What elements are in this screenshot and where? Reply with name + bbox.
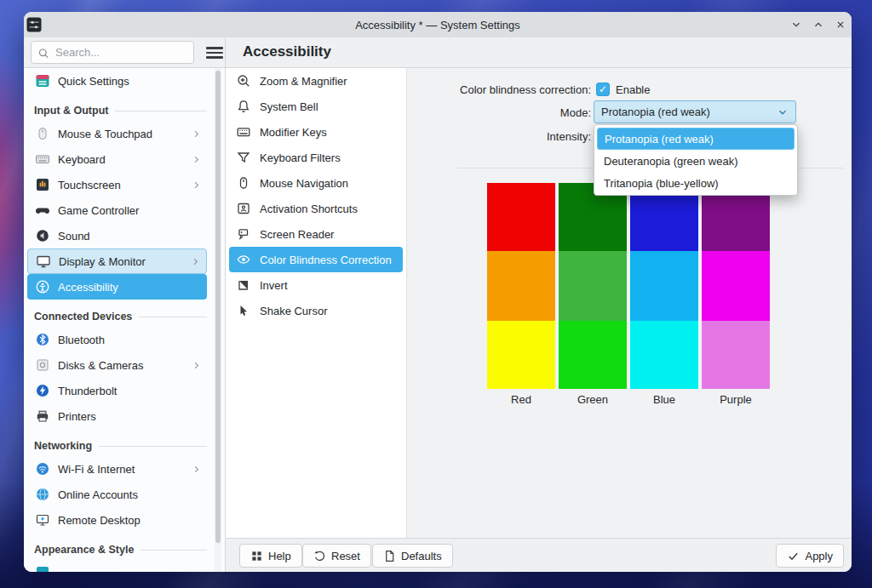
dropdown-option-deuteranopia-green-weak[interactable]: Deuteranopia (green weak) — [597, 150, 795, 172]
sidebar-section-networking: Networking — [24, 429, 225, 456]
document-icon — [383, 550, 396, 562]
maximize-icon[interactable] — [811, 17, 826, 32]
apply-label: Apply — [805, 550, 833, 562]
sidebar-item-label: Mouse & Touchpad — [58, 128, 152, 140]
module-item-system-bell[interactable]: System Bell — [229, 94, 403, 119]
help-label: Help — [268, 550, 291, 562]
titlebar[interactable]: Accessibility * — System Settings — [24, 12, 852, 37]
sidebar-item-thunderbolt[interactable]: Thunderbolt — [27, 378, 207, 403]
mode-combobox[interactable]: Protanopia (red weak) — [594, 100, 796, 123]
section-divider — [115, 111, 207, 111]
sidebar-item-printers[interactable]: Printers — [27, 403, 207, 429]
section-divider — [99, 446, 207, 447]
sidebar-item-mouse-touchpad[interactable]: Mouse & Touchpad — [27, 121, 207, 146]
sidebar-item-keyboard[interactable]: Keyboard — [27, 146, 207, 172]
search-field[interactable] — [31, 41, 194, 64]
module-item-label: Mouse Navigation — [260, 177, 348, 190]
sidebar-item-remote-desktop[interactable]: Remote Desktop — [27, 507, 207, 533]
invert-icon — [236, 277, 251, 293]
section-label: Appearance & Style — [34, 544, 134, 556]
shake-cursor-icon — [236, 303, 251, 318]
help-button[interactable]: Help — [239, 544, 302, 568]
sidebar-section-connected-devices: Connected Devices — [24, 300, 225, 327]
undo-icon — [313, 550, 326, 562]
module-item-keyboard-filters[interactable]: Keyboard Filters — [229, 145, 403, 170]
chevron-right-icon — [191, 128, 202, 140]
module-item-color-blindness-correction[interactable]: Color Blindness Correction — [229, 247, 403, 272]
sidebar-item-quick-settings[interactable]: Quick Settings — [27, 68, 207, 94]
thunderbolt-icon — [35, 383, 50, 398]
sidebar-item-wi-fi-internet[interactable]: Wi-Fi & Internet — [27, 456, 207, 482]
module-item-label: Color Blindness Correction — [260, 254, 392, 266]
window-controls — [789, 12, 848, 37]
sidebar-scrollbar[interactable] — [215, 68, 221, 572]
sidebar-item-bluetooth[interactable]: Bluetooth — [27, 327, 207, 352]
sidebar-item-accessibility[interactable]: Accessibility — [27, 274, 207, 300]
module-item-screen-reader[interactable]: Screen Reader — [229, 221, 403, 247]
sidebar: Quick SettingsInput & OutputMouse & Touc… — [24, 68, 225, 572]
module-item-label: Screen Reader — [260, 228, 334, 241]
module-item-label: Activation Shortcuts — [260, 203, 358, 215]
module-item-label: Invert — [260, 279, 288, 292]
color-preview-grid: RedGreenBluePurple — [487, 183, 770, 406]
correction-label: Color blindness correction: — [460, 83, 591, 96]
module-item-mouse-navigation[interactable]: Mouse Navigation — [229, 170, 403, 196]
system-bell-icon — [236, 99, 251, 114]
swatch-column-green: Green — [559, 183, 627, 406]
swatch-purple-row3 — [702, 321, 770, 389]
module-item-activation-shortcuts[interactable]: Activation Shortcuts — [229, 196, 403, 221]
sidebar-item-label: Sound — [58, 230, 90, 243]
sidebar-item-partial[interactable] — [27, 560, 207, 572]
sidebar-item-label: Display & Monitor — [59, 255, 146, 268]
sidebar-item-disks-cameras[interactable]: Disks & Cameras — [27, 352, 207, 378]
checkmark-icon — [787, 550, 800, 562]
sidebar-item-label: Remote Desktop — [58, 514, 141, 527]
reset-button[interactable]: Reset — [302, 544, 371, 568]
module-item-label: Modifier Keys — [260, 126, 327, 139]
swatch-column-purple: Purple — [702, 183, 770, 406]
sidebar-item-sound[interactable]: Sound — [27, 223, 207, 248]
search-input[interactable] — [55, 46, 187, 59]
accessibility-module-list: Zoom & MagnifierSystem BellModifier Keys… — [226, 68, 406, 538]
module-item-zoom-magnifier[interactable]: Zoom & Magnifier — [229, 68, 403, 94]
close-icon[interactable] — [833, 17, 848, 32]
swatch-green-row2 — [559, 251, 627, 321]
disks-icon — [35, 357, 50, 373]
system-settings-app-icon — [26, 17, 42, 32]
module-item-invert[interactable]: Invert — [229, 272, 403, 298]
module-item-label: Keyboard Filters — [260, 151, 341, 164]
bluetooth-icon — [35, 332, 50, 347]
game-controller-icon — [35, 203, 50, 218]
hamburger-menu-icon[interactable] — [204, 44, 226, 61]
sidebar-item-game-controller[interactable]: Game Controller — [27, 197, 207, 223]
module-item-label: System Bell — [260, 100, 318, 113]
sidebar-item-display-monitor[interactable]: Display & Monitor — [27, 248, 207, 274]
minimize-icon[interactable] — [789, 17, 804, 32]
defaults-button[interactable]: Defaults — [372, 544, 453, 568]
swatch-column-red: Red — [487, 183, 555, 406]
dropdown-option-tritanopia-blue-yellow[interactable]: Tritanopia (blue-yellow) — [597, 172, 795, 194]
system-settings-window: Accessibility * — System Settings Access… — [24, 12, 852, 572]
display-icon — [36, 254, 51, 269]
swatch-purple-row2 — [702, 251, 770, 321]
footer-bar: Help Reset Defaults Apply — [226, 538, 852, 572]
sidebar-item-label: Disks & Cameras — [58, 359, 143, 372]
module-item-shake-cursor[interactable]: Shake Cursor — [229, 298, 403, 323]
defaults-label: Defaults — [401, 550, 442, 562]
intensity-label: Intensity: — [547, 130, 591, 143]
sidebar-item-online-accounts[interactable]: Online Accounts — [27, 482, 207, 507]
swatch-blue-row3 — [630, 321, 698, 389]
swatch-red-row1 — [487, 183, 555, 251]
swatch-label: Blue — [630, 389, 698, 406]
module-item-modifier-keys[interactable]: Modifier Keys — [229, 119, 403, 145]
mouse-icon — [35, 126, 50, 141]
color-blindness-icon — [236, 252, 251, 267]
sidebar-item-touchscreen[interactable]: Touchscreen — [27, 172, 207, 197]
scrollbar-thumb[interactable] — [215, 71, 221, 543]
module-item-label: Zoom & Magnifier — [260, 75, 347, 88]
dropdown-option-protanopia-red-weak[interactable]: Protanopia (red weak) — [597, 128, 795, 150]
mouse-navigation-icon — [236, 175, 251, 191]
enable-checkbox[interactable]: ✓ — [596, 83, 610, 96]
chevron-down-icon — [777, 106, 789, 118]
apply-button[interactable]: Apply — [776, 544, 844, 568]
